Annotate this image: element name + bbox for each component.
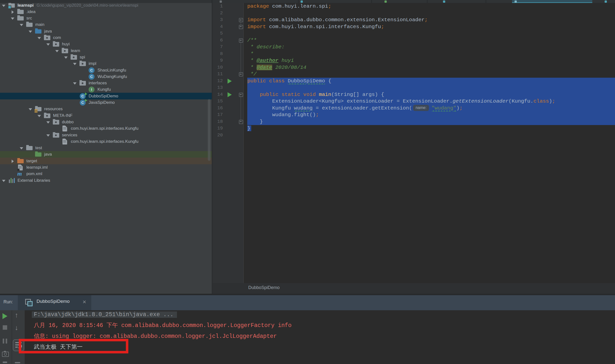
tree-item-interfaces[interactable]: interfaces: [0, 80, 212, 87]
code-line-12[interactable]: public class DubboSpiDemo {: [247, 78, 615, 85]
chevron-expanded-icon[interactable]: [28, 29, 32, 33]
code-editor[interactable]: 1package com.huyi.learn.spi;23import com…: [212, 3, 615, 283]
code-line-13[interactable]: [247, 84, 615, 91]
tree-item-label: target: [26, 159, 37, 164]
tree-item-meta-inf[interactable]: META-INF: [0, 112, 212, 119]
fold-end-icon[interactable]: [239, 25, 243, 29]
thread-dump-icon[interactable]: [2, 352, 9, 357]
code-line-17[interactable]: wudang.fight();: [247, 111, 615, 118]
chevron-expanded-icon[interactable]: [55, 49, 59, 53]
next-occurrence-button[interactable]: ↓: [15, 324, 18, 331]
tree-item-label: huyi: [62, 42, 70, 47]
active-editor-tab[interactable]: [512, 0, 592, 3]
run-gutter-icon[interactable]: [228, 79, 232, 84]
run-gutter-icon[interactable]: [228, 92, 232, 97]
line-number: 13: [212, 84, 223, 91]
code-line-20[interactable]: [247, 132, 615, 139]
tree-indent: [73, 101, 77, 105]
run-console[interactable]: ↑ ↓ F:\java\jdk\jdk1.8.0_251\bin\java.ex…: [0, 310, 615, 364]
chevron-collapsed-icon[interactable]: [10, 10, 14, 14]
fold-end-icon[interactable]: [239, 72, 243, 76]
tree-item-javaspidemo[interactable]: CJavaSpiDemo: [0, 99, 212, 106]
tree-item-shaolinkungfu[interactable]: CShaoLinKungfu: [0, 67, 212, 73]
breadcrumb[interactable]: DubboSpiDemo: [248, 285, 280, 290]
chevron-expanded-icon[interactable]: [46, 42, 50, 46]
tree-item-resources[interactable]: resources: [0, 106, 212, 112]
folder-test-icon: [35, 151, 42, 157]
code-line-5[interactable]: [247, 30, 615, 37]
fold-end-icon[interactable]: [239, 120, 243, 124]
tree-scrollbar[interactable]: [208, 99, 211, 161]
code-line-2[interactable]: [247, 10, 615, 17]
tree-item-huyi[interactable]: huyi: [0, 41, 212, 48]
code-line-1[interactable]: package com.huyi.learn.spi;: [247, 3, 615, 10]
editor-tab-strip[interactable]: [0, 0, 615, 3]
code-line-11[interactable]: */: [247, 71, 615, 78]
stop-button[interactable]: [3, 325, 7, 330]
chevron-expanded-icon[interactable]: [10, 16, 14, 20]
folder-icon: [17, 9, 24, 15]
fold-start-icon[interactable]: [239, 38, 243, 43]
tree-item-learn[interactable]: learn: [0, 47, 212, 54]
chevron-expanded-icon[interactable]: [19, 23, 23, 27]
chevron-expanded-icon[interactable]: [64, 55, 68, 59]
fold-start-icon[interactable]: [239, 18, 243, 22]
tree-item-src[interactable]: src: [0, 15, 212, 22]
code-line-7[interactable]: * describe:: [247, 44, 615, 51]
code-line-3[interactable]: import com.alibaba.dubbo.common.extensio…: [247, 17, 615, 23]
pkg-icon: [44, 113, 51, 119]
code-line-8[interactable]: *: [247, 51, 615, 57]
chevron-expanded-icon[interactable]: [46, 120, 50, 124]
rerun-button[interactable]: [2, 313, 7, 319]
tree-item-wudangkungfu[interactable]: CWuDangKungfu: [0, 73, 212, 80]
tree-item-com-huyi-learn-spi-interfaces-kungfu[interactable]: com.huyi.learn.spi.interfaces.Kungfu: [0, 125, 212, 132]
code-line-9[interactable]: * @author huyi: [247, 57, 615, 64]
chevron-expanded-icon[interactable]: [73, 62, 77, 66]
tree-item-java[interactable]: java: [0, 28, 212, 35]
code-line-10[interactable]: * @date 2020/08/14: [247, 64, 615, 71]
project-tree-panel[interactable]: learnspiG:\code\gupao_vip2020_code\04.mi…: [0, 3, 212, 294]
tree-item-impl[interactable]: impl: [0, 60, 212, 67]
tree-item--idea[interactable]: .idea: [0, 8, 212, 15]
chevron-expanded-icon[interactable]: [1, 3, 5, 7]
fold-start-icon[interactable]: [239, 93, 243, 97]
chevron-expanded-icon[interactable]: [46, 133, 50, 137]
tree-item-test[interactable]: test: [0, 145, 212, 151]
tree-item-kungfu[interactable]: IKungfu: [0, 86, 212, 93]
prev-occurrence-button[interactable]: ↑: [15, 312, 18, 319]
tree-item-com-huyi-learn-spi-interfaces-kungfu[interactable]: com.huyi.learn.spi.interfaces.Kungfu: [0, 138, 212, 145]
tree-indent: [81, 68, 85, 72]
code-line-6[interactable]: /**: [247, 37, 615, 44]
chevron-expanded-icon[interactable]: [37, 114, 41, 118]
code-line-14[interactable]: public static void main(String[] args) {: [247, 91, 615, 98]
tree-item-external-libraries[interactable]: External Libraries: [0, 177, 212, 184]
code-line-18[interactable]: }: [247, 118, 615, 125]
chevron-expanded-icon[interactable]: [1, 179, 5, 182]
chevron-expanded-icon[interactable]: [37, 36, 41, 40]
run-tab[interactable]: DubboSpiDemo ✕: [18, 295, 91, 310]
tree-item-java[interactable]: java: [0, 151, 212, 158]
chevron-expanded-icon[interactable]: [28, 107, 32, 111]
tree-item-services[interactable]: services: [0, 132, 212, 138]
tree-indent: [28, 152, 32, 156]
tree-item-target[interactable]: target: [0, 158, 212, 164]
tree-item-dubbo[interactable]: dubbo: [0, 119, 212, 125]
tree-item-learnspi-iml[interactable]: learnspi.iml: [0, 164, 212, 171]
tree-item-main[interactable]: main: [0, 21, 212, 28]
chevron-collapsed-icon[interactable]: [10, 159, 14, 163]
code-line-4[interactable]: import com.huyi.learn.spi.interfaces.Kun…: [247, 23, 615, 30]
code-line-15[interactable]: ExtensionLoader<Kungfu> extensionLoader …: [247, 98, 615, 105]
tree-item-com[interactable]: com: [0, 35, 212, 41]
line-number: 12: [212, 78, 223, 85]
tree-item-learnspi[interactable]: learnspiG:\code\gupao_vip2020_code\04.mi…: [0, 3, 212, 9]
code-line-16[interactable]: Kungfu wudang = extensionLoader.getExten…: [247, 105, 615, 112]
pause-output-button[interactable]: [3, 339, 7, 344]
chevron-expanded-icon[interactable]: [73, 81, 77, 85]
code-line-19[interactable]: }: [247, 125, 615, 132]
tree-item-label: com: [53, 35, 61, 40]
chevron-expanded-icon[interactable]: [19, 146, 23, 150]
tree-item-dubbospidemo[interactable]: CDubboSpiDemo: [0, 93, 212, 99]
tree-item-spi[interactable]: spi: [0, 54, 212, 60]
close-icon[interactable]: ✕: [82, 299, 86, 305]
tree-item-pom-xml[interactable]: mpom.xml: [0, 171, 212, 177]
